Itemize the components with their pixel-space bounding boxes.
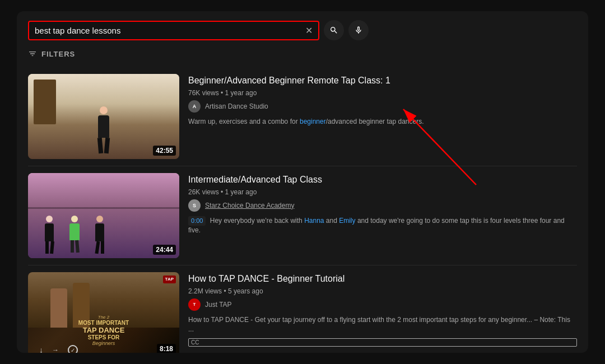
video-title-2[interactable]: Intermediate/Advanced Tap Class — [188, 174, 577, 186]
channel-name-2[interactable]: Starz Choice Dance Academy — [205, 202, 294, 209]
video-duration-2: 24:44 — [153, 245, 176, 255]
search-bar: ✕ — [28, 20, 577, 40]
search-button[interactable] — [324, 20, 344, 40]
video-title-1[interactable]: Beginner/Advanced Beginner Remote Tap Cl… — [188, 75, 577, 87]
table-row: 42:55 Beginner/Advanced Beginner Remote … — [28, 67, 577, 166]
video-thumbnail-1[interactable]: 42:55 — [28, 74, 179, 159]
channel-name-3[interactable]: Just TAP — [205, 301, 232, 309]
video-duration-3: 8:18 — [157, 344, 176, 353]
thumbnail-image-3: The 2 MOST IMPORTANT TAP DANCE STEPS FOR… — [28, 272, 179, 353]
video-title-3[interactable]: How to TAP DANCE - Beginner Tutorial — [188, 273, 577, 285]
table-row: The 2 MOST IMPORTANT TAP DANCE STEPS FOR… — [28, 265, 577, 353]
main-container: ✕ FILTERS — [17, 11, 588, 353]
video-thumbnail-3[interactable]: The 2 MOST IMPORTANT TAP DANCE STEPS FOR… — [28, 272, 179, 353]
mic-button[interactable] — [348, 20, 369, 40]
channel-avatar-1: A — [188, 100, 201, 113]
mic-icon — [354, 26, 363, 35]
video-meta-2: 26K views • 1 year ago — [188, 188, 577, 196]
channel-avatar-2: S — [188, 199, 201, 212]
channel-row-1: A Artisan Dance Studio — [188, 100, 577, 113]
filters-label[interactable]: FILTERS — [41, 50, 75, 58]
channel-row-2: S Starz Choice Dance Academy — [188, 199, 577, 212]
desc-link-hanna[interactable]: Hanna — [304, 217, 324, 225]
video-desc-3: How to TAP DANCE - Get your tap journey … — [188, 315, 577, 334]
video-list: 42:55 Beginner/Advanced Beginner Remote … — [28, 67, 577, 353]
video-info-1: Beginner/Advanced Beginner Remote Tap Cl… — [188, 74, 577, 159]
filters-row[interactable]: FILTERS — [28, 49, 577, 58]
clear-icon[interactable]: ✕ — [305, 25, 313, 36]
timestamp-badge[interactable]: 0:00 — [188, 216, 206, 226]
video-meta-1: 76K views • 1 year ago — [188, 89, 577, 97]
desc-link-beginner[interactable]: beginner — [300, 118, 326, 125]
search-icon — [329, 26, 338, 35]
video-desc-2: 0:00 Hey everybody we're back with Hanna… — [188, 216, 577, 235]
filters-icon — [28, 49, 37, 58]
video-meta-3: 2.2M views • 5 years ago — [188, 287, 577, 295]
search-input-wrapper[interactable]: ✕ — [28, 21, 319, 40]
channel-avatar-3: T — [188, 298, 201, 311]
search-input[interactable] — [35, 26, 301, 35]
channel-name-1[interactable]: Artisan Dance Studio — [205, 102, 268, 110]
table-row: 24:44 Intermediate/Advanced Tap Class 26… — [28, 166, 577, 265]
video-duration-1: 42:55 — [153, 146, 176, 156]
desc-link-emily[interactable]: Emily — [339, 217, 355, 225]
cc-badge: CC — [188, 338, 577, 347]
video-info-3: How to TAP DANCE - Beginner Tutorial 2.2… — [188, 272, 577, 353]
video-desc-1: Warm up, exercises and a combo for begin… — [188, 117, 577, 127]
channel-row-3: T Just TAP — [188, 298, 577, 311]
video-thumbnail-2[interactable]: 24:44 — [28, 173, 179, 258]
video-info-2: Intermediate/Advanced Tap Class 26K view… — [188, 173, 577, 258]
